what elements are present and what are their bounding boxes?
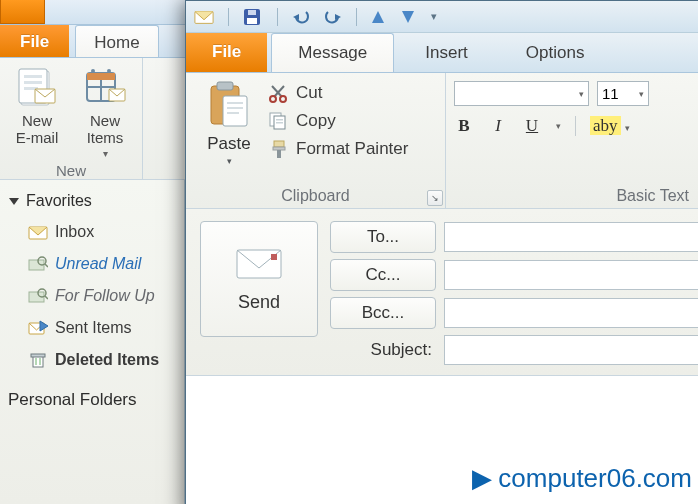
previous-item-icon[interactable] [371,8,391,26]
bcc-field[interactable] [444,298,698,328]
svg-marker-13 [9,198,19,205]
bold-button[interactable]: B [454,116,474,136]
nav-for-follow-up[interactable]: For Follow Up [0,280,184,312]
inbox-icon [28,224,48,240]
basic-text-group-name: Basic Text [616,187,689,204]
back-group-name: New [6,162,136,181]
underline-dropdown-caret-icon[interactable]: ▾ [556,121,561,131]
nav-item-label: Sent Items [55,319,131,337]
back-tab-home[interactable]: Home [75,25,158,57]
bcc-button[interactable]: Bcc... [330,297,436,329]
paste-button[interactable]: Paste ▾ [194,77,264,166]
cut-label: Cut [296,83,322,103]
new-email-button[interactable]: New E-mail [6,62,68,162]
svg-rect-49 [274,141,284,147]
save-icon[interactable] [243,8,263,26]
svg-rect-3 [24,81,42,84]
toolbar-separator [277,8,278,26]
qat-customize-caret-icon[interactable]: ▾ [431,8,451,26]
new-items-label: New Items [87,113,124,146]
new-items-button[interactable]: New Items ▾ [74,62,136,162]
svg-marker-33 [372,11,384,23]
outlook-app-icon[interactable] [194,8,214,26]
front-tab-file[interactable]: File [186,33,267,72]
front-tabstrip: File Message Insert Options [186,33,698,73]
compose-message-window: ▾ File Message Insert Options [185,0,698,504]
ribbon-group-clipboard: Paste ▾ Cut [186,73,446,208]
nav-personal-folders[interactable]: Personal Folders [0,376,184,424]
svg-rect-48 [276,122,283,124]
clipboard-dialog-launcher[interactable]: ↘ [427,190,443,206]
front-tab-options[interactable]: Options [499,33,612,72]
svg-rect-39 [227,107,243,109]
front-ribbon: Paste ▾ Cut [186,73,698,209]
svg-rect-47 [276,119,283,121]
svg-rect-2 [24,75,42,78]
svg-rect-37 [223,96,247,126]
front-tab-message[interactable]: Message [271,33,394,72]
paste-dropdown-caret-icon[interactable]: ▾ [227,156,232,166]
trash-icon [28,352,48,368]
send-label: Send [238,292,280,313]
new-items-icon [83,65,127,109]
svg-line-17 [45,264,48,267]
svg-rect-29 [247,18,257,24]
nav-inbox[interactable]: Inbox [0,216,184,248]
format-painter-button[interactable]: Format Painter [268,139,408,159]
highlight-button[interactable]: aby ▾ [590,116,630,136]
new-email-icon [15,65,59,109]
nav-sent-items[interactable]: Sent Items [0,312,184,344]
paste-label: Paste [207,134,250,154]
cut-button[interactable]: Cut [268,83,408,103]
undo-icon[interactable] [292,8,312,26]
italic-button[interactable]: I [488,116,508,136]
nav-deleted-items[interactable]: Deleted Items [0,344,184,376]
svg-rect-9 [87,73,115,80]
quick-access-toolbar: ▾ [186,1,698,33]
svg-rect-38 [227,102,243,104]
svg-point-43 [270,96,276,102]
front-tab-insert[interactable]: Insert [398,33,495,72]
search-folder-icon [28,256,48,272]
svg-rect-30 [248,10,256,15]
copy-button[interactable]: Copy [268,111,408,131]
nav-unread-mail[interactable]: Unread Mail [0,248,184,280]
dropdown-caret-icon: ▾ [639,89,644,99]
send-button[interactable]: Send [200,221,318,337]
cc-field[interactable] [444,260,698,290]
dropdown-caret-icon: ▾ [579,89,584,99]
to-field[interactable] [444,222,698,252]
svg-rect-51 [277,150,281,158]
svg-rect-50 [273,147,285,150]
collapse-triangle-icon [8,195,20,207]
favorites-header[interactable]: Favorites [0,186,184,216]
back-ribbon-group-new: New E-mail New Items ▾ [0,58,143,179]
nav-item-label: Inbox [55,223,94,241]
redo-icon[interactable] [322,8,342,26]
font-size-select[interactable]: 11 ▾ [597,81,649,106]
dropdown-caret-icon: ▾ [103,148,108,159]
svg-point-10 [91,69,95,73]
new-email-label: New E-mail [16,113,59,146]
paste-icon [207,80,251,130]
message-body[interactable] [186,376,698,504]
dropdown-caret-icon: ▾ [625,123,630,133]
cut-icon [268,83,288,103]
back-tab-file[interactable]: File [0,25,69,57]
svg-marker-34 [402,11,414,23]
highlight-glyph-icon: aby [590,116,621,135]
send-envelope-icon [235,246,283,282]
svg-rect-40 [227,112,239,114]
subject-field[interactable] [444,335,698,365]
format-painter-icon [268,139,288,159]
search-folder-icon [28,288,48,304]
next-item-icon[interactable] [401,8,421,26]
cc-button[interactable]: Cc... [330,259,436,291]
navigation-pane: Favorites Inbox Unread Mail For Fol [0,180,185,504]
to-button[interactable]: To... [330,221,436,253]
underline-button[interactable]: U [522,116,542,136]
font-name-select[interactable]: ▾ [454,81,589,106]
svg-rect-24 [31,354,45,357]
svg-point-11 [107,69,111,73]
copy-label: Copy [296,111,336,131]
